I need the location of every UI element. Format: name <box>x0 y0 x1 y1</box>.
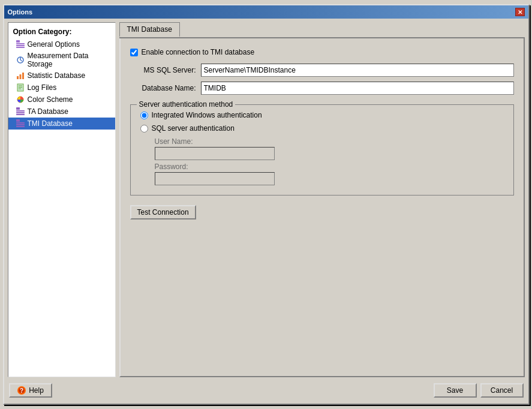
svg-text:?: ? <box>20 387 23 394</box>
svg-rect-17 <box>16 112 25 113</box>
server-form-grid: MS SQL Server: Database Name: <box>130 64 514 95</box>
svg-rect-15 <box>16 107 20 110</box>
enable-connection-row: Enable connection to TMI database <box>130 48 514 56</box>
sidebar-item-statistic[interactable]: Statistic Database <box>8 70 115 82</box>
help-button[interactable]: ? Help <box>9 383 52 398</box>
save-button[interactable]: Save <box>434 383 477 398</box>
sidebar-item-tmi-database[interactable]: TMI Database <box>8 118 115 130</box>
title-bar: Options ✕ <box>4 5 528 19</box>
tmi-database-label: TMI Database <box>28 119 73 128</box>
radio-integrated[interactable] <box>140 112 148 119</box>
help-label: Help <box>29 386 44 395</box>
user-name-label: User Name: <box>155 137 504 146</box>
cancel-button[interactable]: Cancel <box>480 383 524 398</box>
svg-rect-0 <box>16 40 20 43</box>
database-name-input[interactable] <box>201 82 514 95</box>
disabled-field-group: User Name: Password: <box>155 137 504 185</box>
tab-tmi-database[interactable]: TMI Database <box>119 22 180 37</box>
footer-left: ? Help <box>9 383 52 398</box>
svg-rect-3 <box>16 47 25 48</box>
general-options-icon <box>16 40 25 49</box>
password-field-group: Password: <box>155 163 504 185</box>
svg-rect-2 <box>16 45 25 46</box>
svg-rect-16 <box>16 110 25 112</box>
radio-sql[interactable] <box>140 125 148 133</box>
footer-right: Save Cancel <box>434 383 524 398</box>
tmi-database-icon <box>16 119 25 128</box>
sidebar-item-ta-database[interactable]: TA Database <box>8 106 115 118</box>
content-area: TMI Database Enable connection to TMI da… <box>119 22 525 377</box>
svg-rect-7 <box>17 76 19 79</box>
password-input[interactable] <box>155 172 275 185</box>
options-window: Options ✕ Option Category: Gen <box>3 4 530 405</box>
statistic-label: Statistic Database <box>28 71 86 80</box>
sidebar-item-log-files[interactable]: Log Files <box>8 82 115 94</box>
panel-tmi-database: Enable connection to TMI database MS SQL… <box>119 37 525 377</box>
measurement-icon <box>16 55 25 65</box>
window-title: Options <box>8 8 33 16</box>
enable-connection-label: Enable connection to TMI database <box>142 48 255 56</box>
help-icon: ? <box>17 386 26 395</box>
svg-rect-20 <box>16 122 25 124</box>
radio-integrated-label: Integrated Windows authentication <box>152 111 262 119</box>
auth-group: Server authentication method Integrated … <box>130 104 514 196</box>
sidebar: Option Category: General Options <box>8 22 116 377</box>
statistic-icon <box>16 71 25 80</box>
ms-sql-server-input[interactable] <box>201 64 514 77</box>
log-files-label: Log Files <box>28 83 57 92</box>
svg-rect-22 <box>16 126 25 127</box>
svg-rect-21 <box>16 124 25 125</box>
svg-rect-1 <box>16 43 25 44</box>
log-icon <box>16 83 25 92</box>
test-connection-container: Test Connection <box>130 203 514 219</box>
ta-database-label: TA Database <box>28 107 68 116</box>
test-connection-button[interactable]: Test Connection <box>130 205 196 219</box>
ta-database-icon <box>16 107 25 116</box>
general-options-label: General Options <box>28 40 80 49</box>
measurement-label: Measurement Data Storage <box>28 52 110 68</box>
ms-sql-server-label: MS SQL Server: <box>130 66 196 74</box>
tab-bar: TMI Database <box>119 22 525 38</box>
database-name-label: Database Name: <box>130 84 196 92</box>
password-label: Password: <box>155 163 504 171</box>
svg-rect-19 <box>16 119 20 122</box>
window-body: Option Category: General Options <box>4 19 528 404</box>
radio-sql-label: SQL server authentication <box>152 124 235 133</box>
radio-sql-row: SQL server authentication <box>140 124 504 133</box>
user-name-field-group: User Name: <box>155 137 504 160</box>
footer: ? Help Save Cancel <box>8 381 525 400</box>
color-scheme-label: Color Scheme <box>28 95 73 104</box>
close-button[interactable]: ✕ <box>515 8 525 16</box>
sidebar-item-measurement[interactable]: Measurement Data Storage <box>8 50 115 70</box>
svg-rect-8 <box>19 74 21 79</box>
user-name-input[interactable] <box>155 147 275 160</box>
svg-rect-18 <box>16 114 25 115</box>
sidebar-item-color-scheme[interactable]: Color Scheme <box>8 94 115 106</box>
svg-line-6 <box>20 60 22 61</box>
enable-connection-checkbox[interactable] <box>130 49 138 56</box>
color-scheme-icon <box>16 95 25 104</box>
sidebar-title: Option Category: <box>8 25 115 38</box>
auth-group-legend: Server authentication method <box>137 100 236 109</box>
sidebar-item-general-options[interactable]: General Options <box>8 38 115 50</box>
svg-rect-9 <box>22 73 24 79</box>
main-content: Option Category: General Options <box>8 22 525 377</box>
radio-integrated-row: Integrated Windows authentication <box>140 111 504 119</box>
